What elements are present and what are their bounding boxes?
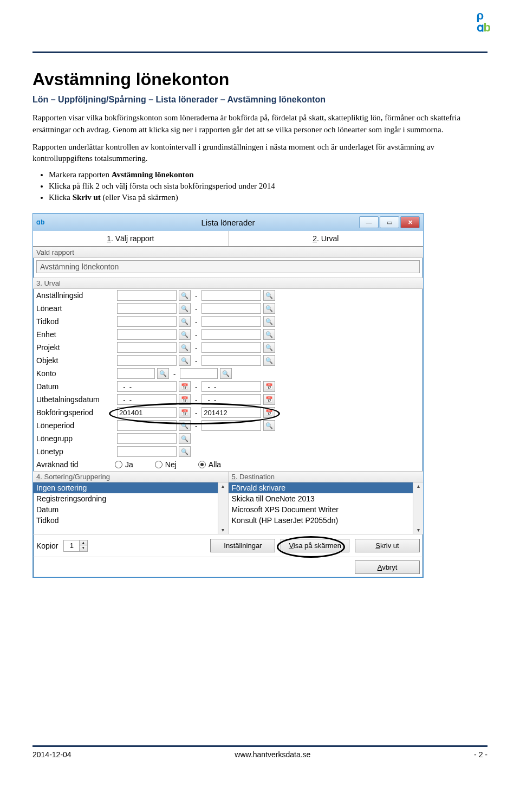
projekt-to[interactable] (202, 342, 261, 353)
utbet-to[interactable] (202, 394, 261, 405)
anstallningsid-to[interactable] (202, 290, 261, 301)
highlight-ellipse (277, 536, 345, 558)
bullet-list: Markera rapporten Avstämning lönekonton … (49, 170, 487, 202)
tab-valj-rapport[interactable]: 1. Välj rapport (33, 231, 229, 246)
enhet-to[interactable] (202, 329, 261, 340)
logo: ρ ɑb (477, 11, 490, 35)
search-icon[interactable]: 🔍 (179, 329, 191, 340)
title-bar[interactable]: ɑb Lista lönerader — ▭ ✕ (33, 214, 423, 231)
konto-to[interactable] (180, 368, 218, 379)
search-icon[interactable]: 🔍 (220, 368, 232, 379)
list-item[interactable]: Registreringsordning (33, 493, 218, 504)
search-icon[interactable]: 🔍 (179, 303, 191, 314)
row-tidkod: Tidkod 🔍 - 🔍 (33, 315, 423, 328)
konto-from[interactable] (117, 368, 155, 379)
loneperiod-to[interactable] (202, 420, 261, 431)
loneart-from[interactable] (117, 303, 177, 314)
scroll-down-icon[interactable]: ▾ (417, 527, 420, 533)
tidkod-from[interactable] (117, 316, 177, 327)
scrollbar[interactable]: ▴ ▾ (218, 482, 228, 534)
loneperiod-from[interactable] (117, 420, 177, 431)
row-loneart: Löneart 🔍 - 🔍 (33, 302, 423, 315)
list-item[interactable]: Tidkod (33, 515, 218, 526)
app-icon: ɑb (36, 218, 44, 226)
calendar-icon[interactable]: 📅 (179, 394, 191, 405)
maximize-button[interactable]: ▭ (380, 216, 399, 228)
scroll-down-icon[interactable]: ▾ (222, 527, 224, 533)
search-icon[interactable]: 🔍 (179, 446, 191, 457)
vald-rapport-value: Avstämning lönekonton (36, 260, 420, 273)
calendar-icon[interactable]: 📅 (263, 407, 275, 418)
search-icon[interactable]: 🔍 (179, 290, 191, 301)
destination-list[interactable]: Förvald skrivare Skicka till OneNote 201… (229, 482, 424, 534)
list-item[interactable]: Skicka till OneNote 2013 (229, 493, 413, 504)
search-icon[interactable]: 🔍 (263, 290, 275, 301)
radio-nej[interactable]: Nej (155, 460, 177, 469)
loneart-to[interactable] (202, 303, 261, 314)
bokforingsperiod-to[interactable] (202, 407, 261, 418)
spinner-down-icon[interactable]: ▾ (80, 546, 87, 551)
search-icon[interactable]: 🔍 (263, 420, 275, 431)
dialog-lista-lonerader: ɑb Lista lönerader — ▭ ✕ 1. Välj rapport… (32, 213, 424, 578)
skriv-ut-button[interactable]: Skriv ut (355, 539, 420, 552)
objekt-to[interactable] (202, 355, 261, 366)
search-icon[interactable]: 🔍 (263, 342, 275, 353)
radio-ja[interactable]: Ja (115, 460, 133, 469)
bokforingsperiod-from[interactable] (117, 407, 177, 418)
projekt-from[interactable] (117, 342, 177, 353)
lonetyp[interactable] (117, 446, 177, 457)
list-item[interactable]: Microsoft XPS Document Writer (229, 504, 413, 515)
para-2: Rapporten underlättar kontrollen av kont… (32, 141, 487, 165)
search-icon[interactable]: 🔍 (179, 420, 191, 431)
row-avraknad-tid: Avräknad tid Ja Nej Alla (33, 458, 423, 471)
header-rule (32, 51, 487, 53)
spinner-up-icon[interactable]: ▴ (80, 540, 87, 546)
list-item[interactable]: Konsult (HP LaserJet P2055dn) (229, 515, 413, 526)
list-item[interactable]: Ingen sortering (33, 482, 218, 493)
search-icon[interactable]: 🔍 (179, 342, 191, 353)
scroll-up-icon[interactable]: ▴ (222, 484, 224, 489)
scroll-up-icon[interactable]: ▴ (417, 484, 420, 489)
tidkod-to[interactable] (202, 316, 261, 327)
datum-to[interactable] (202, 381, 261, 392)
row-datum: Datum 📅 - 📅 (33, 380, 423, 393)
search-icon[interactable]: 🔍 (263, 329, 275, 340)
objekt-from[interactable] (117, 355, 177, 366)
row-bokforingsperiod: Bokföringsperiod 📅 - 📅 (33, 406, 423, 419)
search-icon[interactable]: 🔍 (263, 303, 275, 314)
close-button[interactable]: ✕ (400, 216, 420, 228)
scrollbar[interactable]: ▴ ▾ (413, 482, 423, 534)
search-icon[interactable]: 🔍 (179, 316, 191, 327)
calendar-icon[interactable]: 📅 (263, 381, 275, 392)
search-icon[interactable]: 🔍 (179, 355, 191, 366)
page-heading: Avstämning lönekonton (32, 69, 487, 89)
avbryt-button[interactable]: Avbryt (355, 560, 420, 574)
datum-from[interactable] (117, 381, 177, 392)
tab-urval[interactable]: 2. Urval (229, 231, 424, 246)
search-icon[interactable]: 🔍 (263, 355, 275, 366)
sortering-list[interactable]: Ingen sortering Registreringsordning Dat… (33, 482, 228, 534)
visa-pa-skarmen-button[interactable]: Visa på skärmen (281, 539, 349, 552)
search-icon[interactable]: 🔍 (179, 433, 191, 444)
search-icon[interactable]: 🔍 (157, 368, 169, 379)
list-item[interactable]: Förvald skrivare (229, 482, 413, 493)
row-anstallningsid: Anställningsid 🔍 - 🔍 (33, 289, 423, 302)
lonegrupp[interactable] (117, 433, 177, 444)
installningar-button[interactable]: Inställningar (210, 539, 275, 552)
enhet-from[interactable] (117, 329, 177, 340)
calendar-icon[interactable]: 📅 (263, 394, 275, 405)
anstallningsid-from[interactable] (117, 290, 177, 301)
minimize-button[interactable]: — (359, 216, 379, 228)
kopior-value[interactable] (64, 540, 79, 551)
row-projekt: Projekt 🔍 - 🔍 (33, 341, 423, 354)
radio-alla[interactable]: Alla (198, 460, 221, 469)
calendar-icon[interactable]: 📅 (179, 407, 191, 418)
row-objekt: Objekt 🔍 - 🔍 (33, 354, 423, 367)
list-item[interactable]: Datum (33, 504, 218, 515)
kopior-spinner[interactable]: ▴▾ (63, 540, 88, 552)
calendar-icon[interactable]: 📅 (179, 381, 191, 392)
search-icon[interactable]: 🔍 (263, 316, 275, 327)
utbet-from[interactable] (117, 394, 177, 405)
bullet-1: Markera rapporten Avstämning lönekonton (49, 170, 487, 179)
page-subheading: Lön – Uppföljning/Spårning – Lista löner… (32, 95, 487, 105)
